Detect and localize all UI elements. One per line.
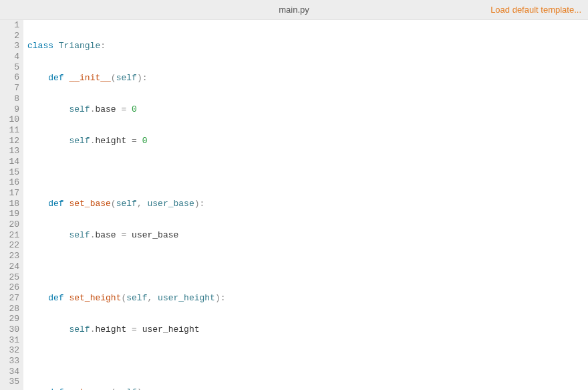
- line-number: 18: [5, 199, 19, 209]
- code-editor[interactable]: 1234567891011121314151617181920212223242…: [0, 20, 588, 390]
- line-number: 17: [5, 188, 19, 199]
- line-number: 23: [5, 251, 19, 262]
- code-line: def set_base(self, user_base):: [27, 199, 486, 209]
- line-number: 31: [5, 335, 19, 346]
- editor-header: main.py Load default template...: [0, 0, 588, 20]
- line-number: 25: [5, 272, 19, 283]
- line-number: 29: [5, 314, 19, 324]
- line-number: 19: [5, 209, 19, 219]
- code-line: [27, 356, 486, 367]
- line-number: 3: [5, 41, 19, 52]
- line-number: 14: [5, 157, 19, 167]
- line-number: 9: [5, 104, 19, 115]
- line-number: 8: [5, 94, 19, 104]
- line-number: 4: [5, 52, 19, 62]
- line-number: 13: [5, 146, 19, 157]
- code-area[interactable]: class Triangle: def __init__(self): self…: [23, 20, 486, 390]
- code-line: [27, 167, 486, 178]
- code-line: self.base = user_base: [27, 230, 486, 241]
- line-number: 30: [5, 324, 19, 335]
- code-line: def get_area(self):: [27, 387, 486, 390]
- line-number: 33: [5, 356, 19, 367]
- line-number: 26: [5, 282, 19, 293]
- line-number: 20: [5, 219, 19, 230]
- file-title: main.py: [279, 5, 309, 15]
- load-template-link[interactable]: Load default template...: [490, 5, 581, 15]
- code-line: def __init__(self):: [27, 73, 486, 84]
- line-number: 16: [5, 177, 19, 188]
- line-number: 1: [5, 20, 19, 31]
- line-number: 10: [5, 114, 19, 125]
- line-number: 11: [5, 125, 19, 136]
- code-line: self.height = 0: [27, 136, 486, 147]
- code-line: class Triangle:: [27, 41, 486, 52]
- line-number: 35: [5, 377, 19, 387]
- line-number: 34: [5, 367, 19, 377]
- line-number: 24: [5, 262, 19, 272]
- line-number: 5: [5, 62, 19, 73]
- code-line: self.height = user_height: [27, 324, 486, 335]
- line-number-gutter: 1234567891011121314151617181920212223242…: [0, 20, 23, 390]
- line-number: 21: [5, 230, 19, 241]
- line-number: 22: [5, 240, 19, 251]
- code-line: def set_height(self, user_height):: [27, 293, 486, 304]
- line-number: 28: [5, 304, 19, 314]
- line-number: 6: [5, 72, 19, 83]
- line-number: 15: [5, 167, 19, 178]
- line-number: 7: [5, 83, 19, 94]
- line-number: 32: [5, 345, 19, 356]
- line-number: 2: [5, 31, 19, 41]
- code-line: self.base = 0: [27, 104, 486, 115]
- code-line: [27, 262, 486, 272]
- line-number: 27: [5, 293, 19, 304]
- line-number: 12: [5, 136, 19, 147]
